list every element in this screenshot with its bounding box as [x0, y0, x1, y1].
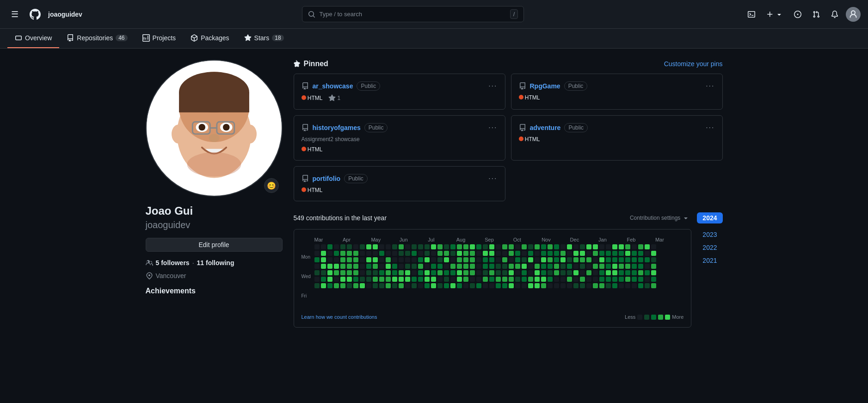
calendar-cell[interactable] — [541, 244, 546, 249]
calendar-cell[interactable] — [399, 257, 404, 262]
calendar-cell[interactable] — [483, 264, 488, 269]
calendar-cell[interactable] — [399, 283, 404, 288]
calendar-cell[interactable] — [476, 270, 481, 275]
calendar-cell[interactable] — [399, 251, 404, 256]
calendar-cell[interactable] — [509, 283, 514, 288]
calendar-cell[interactable] — [509, 251, 514, 256]
pin-repo-name-rpggame[interactable]: RpgGame — [530, 82, 560, 90]
year-2024-button[interactable]: 2024 — [697, 212, 722, 223]
calendar-cell[interactable] — [373, 257, 378, 262]
calendar-cell[interactable] — [625, 244, 630, 249]
calendar-cell[interactable] — [619, 251, 624, 256]
calendar-cell[interactable] — [405, 244, 410, 249]
calendar-cell[interactable] — [457, 264, 462, 269]
calendar-cell[interactable] — [399, 244, 404, 249]
calendar-cell[interactable] — [327, 251, 332, 256]
calendar-cell[interactable] — [651, 283, 656, 288]
calendar-cell[interactable] — [425, 251, 430, 256]
calendar-cell[interactable] — [586, 257, 591, 262]
calendar-cell[interactable] — [347, 270, 352, 275]
calendar-cell[interactable] — [502, 244, 507, 249]
calendar-cell[interactable] — [593, 264, 598, 269]
calendar-cell[interactable] — [515, 270, 520, 275]
calendar-cell[interactable] — [327, 257, 332, 262]
calendar-cell[interactable] — [619, 283, 624, 288]
calendar-cell[interactable] — [431, 244, 436, 249]
calendar-cell[interactable] — [386, 251, 391, 256]
calendar-cell[interactable] — [425, 283, 430, 288]
calendar-cell[interactable] — [340, 283, 345, 288]
calendar-cell[interactable] — [612, 283, 617, 288]
calendar-cell[interactable] — [528, 244, 533, 249]
calendar-cell[interactable] — [593, 244, 598, 249]
tab-stars[interactable]: Stars 18 — [237, 29, 291, 48]
tab-overview[interactable]: Overview — [7, 29, 59, 48]
year-2022-button[interactable]: 2022 — [697, 242, 722, 253]
calendar-cell[interactable] — [405, 270, 410, 275]
calendar-cell[interactable] — [522, 283, 527, 288]
calendar-cell[interactable] — [522, 257, 527, 262]
calendar-cell[interactable] — [645, 270, 650, 275]
calendar-cell[interactable] — [580, 244, 585, 249]
calendar-cell[interactable] — [360, 270, 365, 275]
following-count[interactable]: 11 following — [197, 259, 234, 267]
calendar-cell[interactable] — [347, 257, 352, 262]
calendar-cell[interactable] — [450, 257, 456, 262]
calendar-cell[interactable] — [638, 264, 643, 269]
calendar-cell[interactable] — [470, 257, 475, 262]
calendar-cell[interactable] — [535, 277, 540, 282]
calendar-cell[interactable] — [437, 251, 443, 256]
calendar-cell[interactable] — [651, 244, 656, 249]
calendar-cell[interactable] — [515, 277, 520, 282]
calendar-cell[interactable] — [399, 264, 404, 269]
calendar-cell[interactable] — [573, 283, 579, 288]
calendar-cell[interactable] — [567, 277, 572, 282]
calendar-cell[interactable] — [567, 251, 572, 256]
issues-button[interactable] — [790, 7, 805, 22]
calendar-cell[interactable] — [483, 257, 488, 262]
calendar-cell[interactable] — [405, 277, 410, 282]
calendar-cell[interactable] — [418, 264, 423, 269]
calendar-cell[interactable] — [586, 283, 591, 288]
calendar-cell[interactable] — [463, 264, 468, 269]
calendar-cell[interactable] — [321, 244, 326, 249]
calendar-cell[interactable] — [599, 283, 604, 288]
calendar-cell[interactable] — [651, 277, 656, 282]
calendar-cell[interactable] — [528, 270, 533, 275]
calendar-cell[interactable] — [625, 257, 630, 262]
calendar-cell[interactable] — [360, 277, 365, 282]
pin-more-button[interactable]: ··· — [488, 124, 497, 132]
calendar-cell[interactable] — [554, 257, 559, 262]
calendar-cell[interactable] — [612, 244, 617, 249]
pin-more-button[interactable]: ··· — [488, 174, 497, 183]
calendar-cell[interactable] — [599, 244, 604, 249]
calendar-cell[interactable] — [489, 251, 494, 256]
calendar-cell[interactable] — [496, 244, 501, 249]
calendar-cell[interactable] — [573, 251, 579, 256]
calendar-cell[interactable] — [463, 251, 468, 256]
calendar-cell[interactable] — [560, 251, 566, 256]
calendar-cell[interactable] — [431, 277, 436, 282]
calendar-cell[interactable] — [593, 251, 598, 256]
calendar-cell[interactable] — [548, 283, 553, 288]
calendar-cell[interactable] — [360, 264, 365, 269]
calendar-cell[interactable] — [392, 251, 397, 256]
calendar-cell[interactable] — [541, 270, 546, 275]
calendar-cell[interactable] — [334, 283, 339, 288]
calendar-cell[interactable] — [327, 270, 332, 275]
calendar-cell[interactable] — [502, 257, 507, 262]
calendar-cell[interactable] — [606, 244, 611, 249]
calendar-cell[interactable] — [444, 251, 449, 256]
calendar-cell[interactable] — [560, 257, 566, 262]
calendar-cell[interactable] — [392, 277, 397, 282]
calendar-cell[interactable] — [412, 277, 417, 282]
calendar-cell[interactable] — [651, 251, 656, 256]
calendar-cell[interactable] — [353, 283, 358, 288]
calendar-cell[interactable] — [645, 277, 650, 282]
calendar-cell[interactable] — [373, 270, 378, 275]
tab-packages[interactable]: Packages — [183, 29, 236, 48]
edit-profile-button[interactable]: Edit profile — [146, 238, 283, 252]
calendar-cell[interactable] — [373, 244, 378, 249]
calendar-cell[interactable] — [489, 283, 494, 288]
calendar-cell[interactable] — [496, 257, 501, 262]
